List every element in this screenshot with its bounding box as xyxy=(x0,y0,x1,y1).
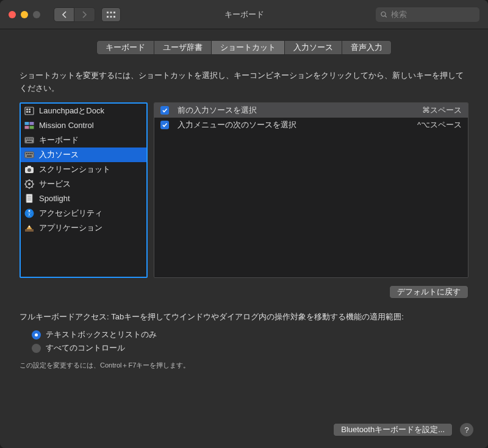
svg-rect-3 xyxy=(107,16,109,18)
shortcut-keys[interactable]: ⌘スペース xyxy=(422,105,462,116)
category-label: アプリケーション xyxy=(39,222,102,233)
svg-rect-13 xyxy=(25,122,29,125)
shortcut-row[interactable]: 入力メニューの次のソースを選択^⌥スペース xyxy=(154,118,468,132)
bluetooth-keyboard-button[interactable]: Bluetoothキーボードを設定... xyxy=(333,423,453,436)
svg-rect-5 xyxy=(113,16,115,18)
fka-options: テキストボックスとリストのみすべてのコントロール xyxy=(20,323,468,355)
svg-rect-26 xyxy=(30,153,31,154)
shortcut-row[interactable]: 前の入力ソースを選択⌘スペース xyxy=(154,103,468,118)
svg-line-7 xyxy=(385,15,387,17)
restore-defaults-button[interactable]: デフォルトに戻す xyxy=(389,285,468,299)
svg-rect-22 xyxy=(27,141,32,142)
category-mission-control[interactable]: Mission Control xyxy=(21,118,146,133)
chevron-left-icon xyxy=(62,11,67,18)
svg-rect-12 xyxy=(29,111,30,113)
mission-control-icon xyxy=(24,121,34,130)
tab-0[interactable]: キーボード xyxy=(96,40,154,55)
chevron-right-icon xyxy=(82,11,87,18)
svg-rect-2 xyxy=(113,12,115,13)
help-button[interactable]: ? xyxy=(460,423,473,436)
svg-rect-9 xyxy=(26,108,28,110)
preferences-window: キーボード キーボードユーザ辞書ショートカット入力ソース音声入力 ショートカット… xyxy=(0,0,488,448)
search-field[interactable] xyxy=(376,7,479,22)
tab-2[interactable]: ショートカット xyxy=(212,40,285,55)
shortcut-keys[interactable]: ^⌥スペース xyxy=(417,119,462,130)
nav-buttons xyxy=(54,7,95,22)
fka-heading: フルキーボードアクセス: Tabキーを押してウインドウやダイアログ内の操作対象を… xyxy=(20,311,468,324)
shortcut-checkbox[interactable] xyxy=(160,121,169,129)
fka-hint: この設定を変更するには、Control＋F7キーを押します。 xyxy=(0,355,488,370)
shortcut-checkbox[interactable] xyxy=(160,106,169,115)
fka-option-row[interactable]: テキストボックスとリストのみ xyxy=(32,328,468,341)
svg-rect-30 xyxy=(27,166,31,168)
radio-button[interactable] xyxy=(32,344,41,353)
svg-point-33 xyxy=(28,183,30,185)
svg-rect-25 xyxy=(28,153,29,154)
back-button[interactable] xyxy=(54,7,74,22)
svg-rect-17 xyxy=(25,137,34,143)
category-keyboard[interactable]: キーボード xyxy=(21,133,146,148)
shortcut-label: 前の入力ソースを選択 xyxy=(178,105,414,116)
svg-rect-11 xyxy=(26,111,28,113)
screenshot-icon xyxy=(24,165,34,174)
show-all-button[interactable] xyxy=(101,7,121,22)
svg-rect-0 xyxy=(107,12,109,13)
svg-rect-24 xyxy=(26,153,27,154)
tab-4[interactable]: 音声入力 xyxy=(342,40,392,55)
category-input-sources[interactable]: 入力ソース xyxy=(21,148,146,162)
category-app[interactable]: アプリケーション xyxy=(21,221,146,235)
fka-option-row[interactable]: すべてのコントロール xyxy=(32,341,468,355)
search-input[interactable] xyxy=(391,10,475,19)
footer: Bluetoothキーボードを設定... ? xyxy=(0,411,488,448)
category-label: 入力ソース xyxy=(39,149,79,160)
svg-point-49 xyxy=(29,226,30,227)
category-label: アクセシビリティ xyxy=(39,208,102,219)
accessibility-icon xyxy=(24,208,34,218)
svg-rect-16 xyxy=(30,126,34,129)
radio-button[interactable] xyxy=(32,330,41,340)
traffic-lights xyxy=(0,11,40,18)
svg-rect-18 xyxy=(26,138,27,140)
category-label: Mission Control xyxy=(39,121,94,130)
radio-label: すべてのコントロール xyxy=(46,342,125,355)
minimize-window-button[interactable] xyxy=(21,11,28,18)
category-label: Spotlight xyxy=(39,194,70,203)
category-spotlight[interactable]: Spotlight xyxy=(21,191,146,206)
services-icon xyxy=(24,179,34,189)
forward-button[interactable] xyxy=(74,7,95,22)
input-sources-icon xyxy=(24,150,34,160)
close-window-button[interactable] xyxy=(9,11,16,18)
category-accessibility[interactable]: アクセシビリティ xyxy=(21,206,146,221)
radio-label: テキストボックスとリストのみ xyxy=(46,329,157,341)
keyboard-icon xyxy=(24,135,34,145)
tab-bar: キーボードユーザ辞書ショートカット入力ソース音声入力 xyxy=(0,40,488,55)
svg-point-47 xyxy=(29,210,30,212)
titlebar: キーボード xyxy=(0,0,488,29)
launchpad-icon xyxy=(24,106,34,116)
grid-icon xyxy=(107,12,115,18)
category-label: LaunchpadとDock xyxy=(39,105,104,116)
category-label: キーボード xyxy=(39,135,79,146)
svg-rect-1 xyxy=(110,12,112,13)
svg-rect-28 xyxy=(27,155,32,157)
category-list[interactable]: LaunchpadとDockMission Controlキーボード入力ソースス… xyxy=(20,102,148,278)
category-label: スクリーンショット xyxy=(39,164,110,175)
svg-rect-20 xyxy=(30,138,31,140)
svg-rect-14 xyxy=(30,122,34,125)
svg-rect-15 xyxy=(25,126,29,129)
svg-rect-10 xyxy=(29,108,30,110)
tab-1[interactable]: ユーザ辞書 xyxy=(154,40,212,55)
category-screenshot[interactable]: スクリーンショット xyxy=(21,162,146,177)
app-icon xyxy=(24,223,34,233)
spotlight-icon xyxy=(24,194,34,204)
shortcut-list[interactable]: 前の入力ソースを選択⌘スペース入力メニューの次のソースを選択^⌥スペース xyxy=(154,102,468,278)
svg-point-6 xyxy=(381,12,386,16)
category-label: サービス xyxy=(39,179,71,190)
search-icon xyxy=(381,11,387,18)
svg-rect-21 xyxy=(32,138,33,140)
zoom-window-button[interactable] xyxy=(33,11,40,18)
category-launchpad[interactable]: LaunchpadとDock xyxy=(21,104,146,118)
category-services[interactable]: サービス xyxy=(21,177,146,191)
full-keyboard-access-section: フルキーボードアクセス: Tabキーを押してウインドウやダイアログ内の操作対象を… xyxy=(0,299,488,355)
tab-3[interactable]: 入力ソース xyxy=(285,40,342,55)
